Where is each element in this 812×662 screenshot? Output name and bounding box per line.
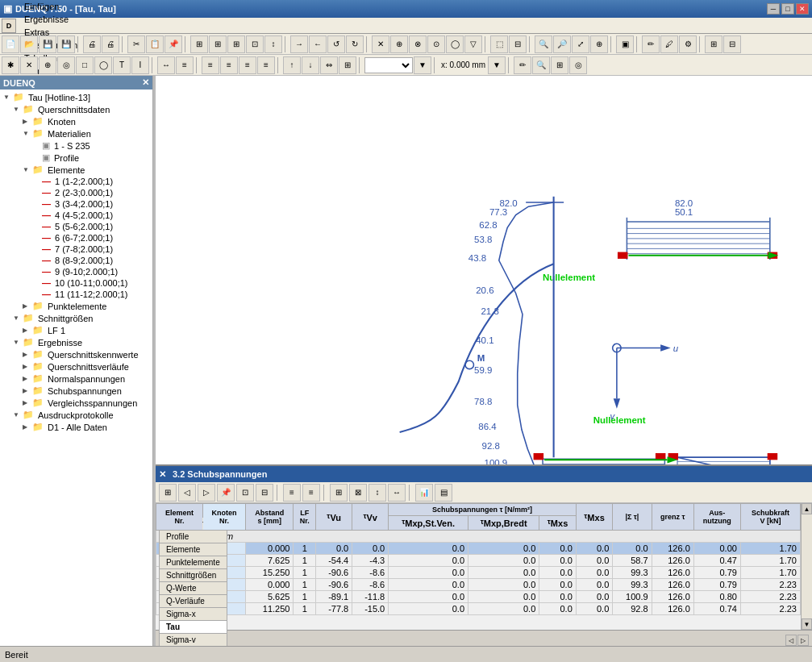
paste-btn[interactable]: 📌 bbox=[164, 35, 182, 53]
tree-item-tau[interactable]: ▼ 📁 Tau [Hotline-13] bbox=[2, 91, 151, 103]
print-btn[interactable]: 🖨 bbox=[83, 35, 101, 53]
tree-item-punktelemente[interactable]: ▶ 📁 Punktelemente bbox=[2, 300, 151, 312]
menu-item-ergebnisse[interactable]: Ergebnisse bbox=[19, 13, 82, 26]
tree-item-el3[interactable]: — 3 (3-4;2.000;1) bbox=[2, 198, 151, 210]
tb-btn-h1[interactable]: → bbox=[290, 35, 308, 53]
tab-elemente[interactable]: Elemente bbox=[159, 543, 227, 556]
panel-close-icon[interactable]: ✕ bbox=[159, 469, 166, 480]
lf-combo[interactable]: LF1 bbox=[364, 57, 413, 73]
tb2-14[interactable]: ≡ bbox=[257, 56, 275, 74]
tb-btn-n1[interactable]: ⊞ bbox=[705, 35, 722, 53]
tb2-7[interactable]: T bbox=[113, 56, 131, 74]
tb-btn-k3[interactable]: ⤢ bbox=[572, 35, 589, 53]
tree-item-el6[interactable]: — 6 (6-7;2.000;1) bbox=[2, 232, 151, 244]
close-button[interactable]: ✕ bbox=[796, 3, 809, 15]
tb2-22[interactable]: ◎ bbox=[569, 56, 587, 74]
tb-btn-i2[interactable]: ⊕ bbox=[390, 35, 408, 53]
tree-item-ergebnisse[interactable]: ▼ 📁 Ergebnisse bbox=[2, 336, 151, 348]
scroll-up-btn[interactable]: ▲ bbox=[802, 503, 812, 514]
tab-tau[interactable]: Tau bbox=[159, 620, 227, 633]
tb2-3[interactable]: ⊕ bbox=[39, 56, 56, 74]
tab-sigma-v[interactable]: Sigma-v bbox=[159, 633, 227, 646]
table-row[interactable]: 2 2 15.250 1 -90.6 -8.6 0.0 0.0 0.0 0.0 … bbox=[156, 566, 801, 578]
scroll-down-btn[interactable]: ▼ bbox=[802, 618, 812, 630]
tab-schnittgr--en[interactable]: Schnittgrößen bbox=[159, 568, 227, 581]
tb2-13[interactable]: ≡ bbox=[239, 56, 256, 74]
tree-item-querschnittverlaufe[interactable]: ▶ 📁 Querschnittsverläufe bbox=[2, 360, 151, 373]
panel-tb-fwd[interactable]: ▷ bbox=[198, 484, 215, 502]
tb2-2[interactable]: ✕ bbox=[20, 56, 38, 74]
tree-content[interactable]: ▼ 📁 Tau [Hotline-13] ▼ 📁 Querschnittsdat… bbox=[0, 90, 152, 646]
table-row[interactable]: 3 3 0.000 1 -90.6 -8.6 0.0 0.0 0.0 0.0 9… bbox=[156, 578, 801, 590]
tree-close-btn[interactable]: ✕ bbox=[142, 77, 149, 88]
tb-btn-i6[interactable]: ▽ bbox=[464, 35, 482, 53]
save2-btn[interactable]: 💾 bbox=[57, 35, 75, 53]
tb-btn-k1[interactable]: 🔍 bbox=[535, 35, 552, 53]
panel-tb-10[interactable]: ⊠ bbox=[349, 484, 367, 502]
tree-item-d1[interactable]: ▶ 📁 D1 - Alle Daten bbox=[2, 421, 151, 433]
tb-btn-k4[interactable]: ⊕ bbox=[590, 35, 608, 53]
panel-tb-8[interactable]: ≡ bbox=[302, 484, 320, 502]
tree-item-lf1[interactable]: ▶ 📁 LF 1 bbox=[2, 324, 151, 336]
table-row[interactable]: 5.625 1 -89.1 -11.8 0.0 0.0 0.0 0.0 100.… bbox=[156, 590, 801, 602]
tb2-21[interactable]: ⊞ bbox=[551, 56, 568, 74]
panel-tb-13[interactable]: 📊 bbox=[415, 484, 433, 502]
cut-btn[interactable]: ✂ bbox=[127, 35, 145, 53]
tb-btn-j2[interactable]: ⊟ bbox=[509, 35, 527, 53]
copy-btn[interactable]: 📋 bbox=[146, 35, 164, 53]
tb-btn-l1[interactable]: ▣ bbox=[616, 35, 634, 53]
tb-btn-k2[interactable]: 🔎 bbox=[553, 35, 571, 53]
tb-btn-i3[interactable]: ⊗ bbox=[409, 35, 427, 53]
tb-btn-h4[interactable]: ↻ bbox=[346, 35, 364, 53]
tb2-11[interactable]: ≡ bbox=[202, 56, 219, 74]
tree-item-s235[interactable]: ▣ 1 - S 235 bbox=[2, 139, 151, 152]
window-controls[interactable]: ─ □ ✕ bbox=[767, 3, 809, 15]
tree-item-el9[interactable]: — 9 (9-10;2.000;1) bbox=[2, 266, 151, 277]
panel-tb-9[interactable]: ⊞ bbox=[330, 484, 348, 502]
tb-btn-h3[interactable]: ↺ bbox=[327, 35, 345, 53]
tb-btn-m2[interactable]: 🖊 bbox=[660, 35, 678, 53]
tree-item-querschnitt[interactable]: ▼ 📁 Querschnittsdaten bbox=[2, 103, 151, 115]
tb2-9[interactable]: ↔ bbox=[157, 56, 175, 74]
panel-tb-back[interactable]: ◁ bbox=[178, 484, 196, 502]
tb2-16[interactable]: ↓ bbox=[302, 56, 319, 74]
tree-item-knoten[interactable]: ▶ 📁 Knoten bbox=[2, 115, 151, 127]
table-row[interactable]: 1 1 0.000 1 0.0 0.0 0.0 0.0 0.0 0.0 0.0 … bbox=[156, 542, 801, 554]
tab-punktelemente[interactable]: Punktelemente bbox=[159, 556, 227, 568]
restore-button[interactable]: □ bbox=[781, 3, 794, 15]
tb-btn-h2[interactable]: ← bbox=[309, 35, 327, 53]
panel-tb-12[interactable]: ↔ bbox=[388, 484, 406, 502]
menu-item-einfügen[interactable]: Einfügen bbox=[19, 0, 82, 13]
tree-item-el2[interactable]: — 2 (2-3;0.000;1) bbox=[2, 187, 151, 198]
new-btn[interactable]: 📄 bbox=[2, 35, 19, 53]
minimize-button[interactable]: ─ bbox=[767, 3, 780, 15]
tb2-18[interactable]: ⊞ bbox=[339, 56, 356, 74]
tb-btn-i1[interactable]: ✕ bbox=[372, 35, 389, 53]
tree-item-elemente[interactable]: ▼ 📁 Elemente bbox=[2, 164, 151, 176]
tb2-6[interactable]: ◯ bbox=[94, 56, 112, 74]
tab-q-verl-ufe[interactable]: Q-Verläufe bbox=[159, 594, 227, 607]
tab-sigma-x[interactable]: Sigma-x bbox=[159, 607, 227, 620]
tb-btn-m3[interactable]: ⚙ bbox=[679, 35, 697, 53]
tb2-12[interactable]: ≡ bbox=[220, 56, 238, 74]
panel-tb-11[interactable]: ↕ bbox=[369, 484, 386, 502]
tb-btn-i5[interactable]: ◯ bbox=[446, 35, 464, 53]
panel-tb-1[interactable]: ⊞ bbox=[159, 484, 177, 502]
tree-item-el5[interactable]: — 5 (5-6;2.000;1) bbox=[2, 221, 151, 232]
tab-scroll-left[interactable]: ◁ bbox=[785, 635, 797, 646]
data-table-wrap[interactable]: ElementNr. KnotenNr. Abstands [mm] LFNr.… bbox=[156, 503, 801, 630]
tb2-20[interactable]: 🔍 bbox=[532, 56, 550, 74]
tb-btn-j1[interactable]: ⬚ bbox=[490, 35, 508, 53]
lf-dropdown-btn[interactable]: ▼ bbox=[414, 56, 431, 74]
panel-tb-7[interactable]: ≡ bbox=[283, 484, 301, 502]
tb-btn-g2[interactable]: ⊞ bbox=[209, 35, 227, 53]
panel-tb-14[interactable]: ▤ bbox=[435, 484, 452, 502]
tb-btn-g4[interactable]: ⊡ bbox=[246, 35, 264, 53]
tree-item-el4[interactable]: — 4 (4-5;2.000;1) bbox=[2, 210, 151, 221]
tree-item-ausdruckprotokolle[interactable]: ▼ 📁 Ausdruckprotokolle bbox=[2, 409, 151, 421]
save-btn[interactable]: 💾 bbox=[39, 35, 56, 53]
tab-profile[interactable]: Profile bbox=[159, 530, 227, 543]
tb-btn-g1[interactable]: ⊞ bbox=[190, 35, 208, 53]
tb-btn-g5[interactable]: ↕ bbox=[264, 35, 282, 53]
coord-dropdown[interactable]: ▼ bbox=[488, 56, 506, 74]
